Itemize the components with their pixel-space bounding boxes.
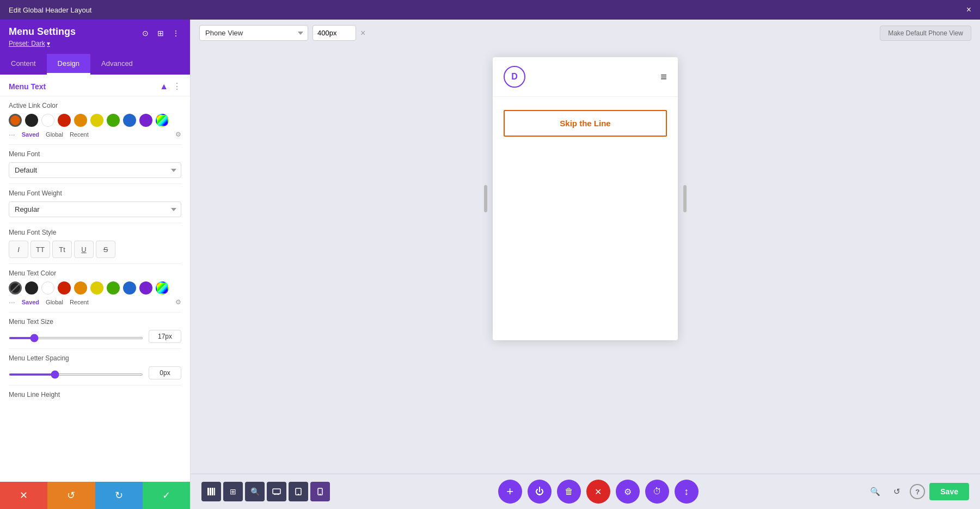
tab-design[interactable]: Design (47, 54, 90, 75)
font-strikethrough-btn[interactable]: S (96, 241, 115, 258)
menu-letter-spacing-input[interactable] (149, 366, 181, 379)
make-default-phone-view-button[interactable]: Make Default Phone View (880, 26, 971, 41)
color-tab-saved[interactable]: Saved (22, 131, 39, 138)
drag-handle-right[interactable] (683, 185, 687, 212)
desktop-view-btn[interactable] (267, 482, 286, 501)
close-element-btn[interactable]: ✕ (586, 480, 610, 504)
color-swatch-custom[interactable] (156, 114, 169, 127)
cancel-button[interactable]: ✕ (0, 482, 47, 509)
tablet-view-btn[interactable] (289, 482, 308, 501)
color-swatch-amber[interactable] (74, 114, 87, 127)
panel-header-title: Menu Settings (9, 26, 76, 38)
save-button[interactable]: Save (929, 483, 969, 500)
menu-font-select[interactable]: Default (9, 162, 181, 178)
columns-icon[interactable]: ⊞ (155, 28, 166, 39)
reorder-btn[interactable]: ↕ (675, 480, 699, 504)
phone-frame-wrapper: D ≡ Skip the Line (493, 57, 678, 340)
menu-letter-spacing-label: Menu Letter Spacing (9, 354, 181, 362)
text-color-dots-icon[interactable]: ··· (9, 298, 15, 306)
confirm-icon: ✓ (162, 489, 170, 501)
menu-font-style-setting: Menu Font Style I TT Tt U S (0, 223, 190, 263)
undo-button[interactable]: ↺ (47, 482, 95, 509)
skip-the-line-button[interactable]: Skip the Line (504, 110, 667, 137)
color-swatch-orange[interactable] (9, 114, 22, 127)
more-icon[interactable]: ⋮ (170, 28, 181, 39)
text-color-red[interactable] (58, 281, 71, 295)
cancel-icon: ✕ (20, 489, 28, 501)
delete-element-btn[interactable]: 🗑 (557, 480, 581, 504)
menu-text-size-slider-row (9, 330, 181, 343)
element-settings-btn[interactable]: ⚙ (616, 480, 640, 504)
close-view-button[interactable]: × (360, 28, 365, 38)
hamburger-menu-icon[interactable]: ≡ (660, 71, 667, 83)
color-swatch-blue[interactable] (123, 114, 136, 127)
add-element-btn[interactable]: + (498, 480, 522, 504)
redo-icon: ↻ (115, 489, 123, 501)
active-link-color-swatches (9, 114, 181, 127)
title-bar: Edit Global Header Layout × (0, 0, 980, 20)
font-underline-btn[interactable]: U (74, 241, 94, 258)
menu-text-size-slider[interactable] (9, 337, 143, 339)
text-color-yellow[interactable] (90, 281, 103, 295)
settings-icon[interactable]: ⊙ (140, 28, 151, 39)
search-tool-btn[interactable]: 🔍 (245, 482, 265, 501)
color-tab-recent[interactable]: Recent (70, 131, 89, 138)
menu-letter-spacing-slider[interactable] (9, 373, 143, 376)
color-dots-icon[interactable]: ··· (9, 130, 15, 139)
history-btn[interactable]: ↺ (888, 483, 905, 500)
text-color-black[interactable] (25, 281, 38, 295)
color-swatch-yellow[interactable] (90, 114, 103, 127)
power-btn[interactable]: ⏻ (528, 480, 552, 504)
text-color-amber[interactable] (74, 281, 87, 295)
menu-line-height-label: Menu Line Height (9, 391, 181, 398)
grid-layout-btn[interactable] (201, 482, 221, 501)
text-color-tab-recent[interactable]: Recent (70, 299, 89, 305)
title-bar-close-button[interactable]: × (966, 5, 971, 15)
drag-handle-left[interactable] (484, 185, 487, 212)
section-more-icon[interactable]: ⋮ (173, 81, 181, 91)
color-swatch-red[interactable] (58, 114, 71, 127)
search-right-btn[interactable]: 🔍 (866, 483, 884, 500)
tabs-bar: Content Design Advanced (0, 54, 190, 75)
text-color-blue[interactable] (123, 281, 136, 295)
view-toolbar: Phone View × Make Default Phone View (191, 20, 980, 46)
text-color-purple[interactable] (139, 281, 152, 295)
color-tab-global[interactable]: Global (46, 131, 63, 138)
font-italic-btn[interactable]: I (9, 241, 28, 258)
confirm-button[interactable]: ✓ (143, 482, 190, 509)
color-swatch-black[interactable] (25, 114, 38, 127)
menu-font-weight-select[interactable]: Regular (9, 201, 181, 217)
text-color-swatch-selected[interactable] (9, 281, 22, 295)
svg-rect-2 (212, 488, 213, 495)
px-input[interactable] (313, 25, 356, 41)
help-btn[interactable]: ? (910, 484, 925, 499)
redo-button[interactable]: ↻ (95, 482, 143, 509)
font-uppercase-btn[interactable]: TT (30, 241, 50, 258)
timer-btn[interactable]: ⏱ (645, 480, 669, 504)
phone-view-btn[interactable] (310, 482, 330, 501)
svg-rect-3 (214, 488, 215, 495)
tab-advanced[interactable]: Advanced (90, 54, 144, 75)
text-color-green[interactable] (107, 281, 120, 295)
color-gear-icon[interactable]: ⚙ (175, 131, 181, 138)
menu-text-size-input[interactable] (149, 330, 181, 343)
svg-point-11 (320, 494, 321, 495)
color-swatch-white[interactable] (41, 114, 54, 127)
view-select[interactable]: Phone View (199, 25, 308, 41)
text-color-custom[interactable] (156, 281, 169, 295)
text-color-tab-global[interactable]: Global (46, 299, 63, 305)
menu-text-color-tabs: ··· Saved Global Recent ⚙ (9, 298, 181, 306)
color-swatch-purple[interactable] (139, 114, 152, 127)
section-title-menu-text: Menu Text (9, 82, 46, 91)
text-color-gear-icon[interactable]: ⚙ (175, 298, 181, 306)
panel-header-preset[interactable]: Preset: Dark ▾ (9, 40, 181, 47)
sections-layout-btn[interactable]: ⊞ (223, 482, 243, 501)
menu-text-color-swatches (9, 281, 181, 295)
text-color-white[interactable] (41, 281, 54, 295)
menu-text-size-setting: Menu Text Size (0, 312, 190, 348)
text-color-tab-saved[interactable]: Saved (22, 299, 39, 305)
section-collapse-icon[interactable]: ▲ (160, 82, 168, 91)
color-swatch-green[interactable] (107, 114, 120, 127)
font-titlecase-btn[interactable]: Tt (52, 241, 72, 258)
tab-content[interactable]: Content (0, 54, 47, 75)
